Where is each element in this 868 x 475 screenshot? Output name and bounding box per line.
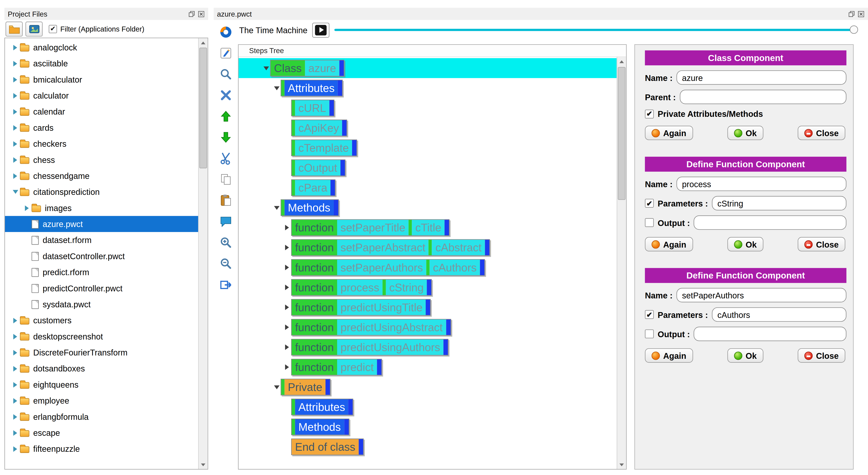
tree-item-citationsprediction[interactable]: citationsprediction [5, 184, 198, 200]
step-row-function-setpaperabstract-cabstract[interactable]: functionsetPaperAbstractcAbstract [239, 238, 617, 258]
name-input[interactable] [677, 288, 846, 302]
toolbar-run-button[interactable] [218, 277, 234, 292]
name-input[interactable] [677, 70, 846, 85]
expand-arrow-icon[interactable] [10, 414, 20, 420]
output-checkbox[interactable] [645, 218, 654, 227]
parameters-checkbox[interactable]: ✔ [645, 310, 654, 319]
step-expand-icon[interactable] [283, 225, 291, 230]
expand-arrow-icon[interactable] [10, 125, 20, 130]
collapse-arrow-icon[interactable] [10, 190, 20, 194]
time-machine-slider[interactable] [335, 25, 858, 35]
step-row-function-process-cstring[interactable]: functionprocesscString [239, 277, 617, 297]
expand-arrow-icon[interactable] [10, 398, 20, 404]
name-input[interactable] [677, 177, 846, 191]
output-input[interactable] [694, 327, 846, 341]
filter-checkbox[interactable]: ✔ [49, 25, 57, 33]
step-row-ctemplate[interactable]: cTemplate [239, 138, 617, 158]
expand-arrow-icon[interactable] [10, 173, 20, 179]
parameters-checkbox[interactable]: ✔ [645, 199, 654, 208]
toolbar-edit-button[interactable] [218, 46, 234, 60]
scroll-down-icon[interactable] [617, 460, 626, 469]
tree-item-images[interactable]: images [5, 200, 198, 216]
tree-item-employee[interactable]: employee [5, 393, 198, 409]
tree-item-dataset-rform[interactable]: dataset.rform [5, 232, 198, 248]
step-expand-icon[interactable] [283, 245, 291, 250]
step-expand-icon[interactable] [283, 305, 291, 310]
ok-button[interactable]: Ok [727, 237, 763, 251]
again-button[interactable]: Again [645, 237, 693, 251]
close-panel-icon[interactable] [858, 10, 865, 18]
toolbar-delete-button[interactable] [218, 88, 234, 102]
step-row-capikey[interactable]: cApiKey [239, 118, 617, 138]
step-collapse-icon[interactable] [272, 385, 281, 389]
slider-handle[interactable] [850, 26, 858, 34]
tree-item-erlangbformula[interactable]: erlangbformula [5, 409, 198, 424]
tree-item-fifteenpuzzle[interactable]: fifteenpuzzle [5, 441, 198, 457]
close-button[interactable]: Close [798, 348, 845, 362]
step-row-attributes[interactable]: Attributes [239, 397, 617, 417]
toolbar-paste-button[interactable] [218, 193, 234, 208]
tree-item-asciitable[interactable]: asciitable [5, 55, 198, 71]
tree-item-analogclock[interactable]: analogclock [5, 39, 198, 55]
expand-arrow-icon[interactable] [10, 446, 20, 451]
toolbar-move-down-button[interactable] [218, 129, 234, 144]
close-button[interactable]: Close [798, 126, 845, 140]
expand-arrow-icon[interactable] [10, 350, 20, 355]
float-panel-icon[interactable] [188, 10, 195, 18]
tree-item-azure-pwct[interactable]: azure.pwct [5, 216, 198, 232]
toolbar-copy-button[interactable] [218, 172, 234, 186]
parameters-input[interactable] [712, 307, 846, 322]
step-row-cpara[interactable]: cPara [239, 178, 617, 198]
close-button[interactable]: Close [798, 237, 845, 251]
expand-arrow-icon[interactable] [10, 44, 20, 50]
expand-arrow-icon[interactable] [22, 205, 32, 211]
tree-item-checkers[interactable]: checkers [5, 136, 198, 152]
parent-input[interactable] [680, 90, 846, 104]
float-panel-icon[interactable] [848, 10, 855, 18]
step-row-methods[interactable]: Methods [239, 198, 617, 218]
private-attributes-methods-checkbox[interactable]: ✔ [645, 109, 654, 118]
again-button[interactable]: Again [645, 348, 693, 362]
tree-item-customers[interactable]: customers [5, 312, 198, 328]
tree-item-discretefouriertransform[interactable]: DiscreteFourierTransform [5, 345, 198, 360]
tree-item-chessendgame[interactable]: chessendgame [5, 168, 198, 184]
tree-item-bmicalculator[interactable]: bmicalculator [5, 71, 198, 87]
steps-scrollbar[interactable] [617, 57, 626, 469]
tree-item-datasetcontroller-pwct[interactable]: datasetController.pwct [5, 248, 198, 264]
scroll-down-icon[interactable] [199, 460, 208, 469]
step-row-class-azure[interactable]: Classazure [239, 58, 617, 78]
tree-item-desktopscreenshot[interactable]: desktopscreenshot [5, 328, 198, 344]
pictures-button[interactable] [26, 21, 43, 36]
step-row-private[interactable]: Private [239, 377, 617, 397]
toolbar-zoom-out-button[interactable] [218, 256, 234, 271]
expand-arrow-icon[interactable] [10, 77, 20, 82]
step-row-function-predict[interactable]: functionpredict [239, 357, 617, 377]
tree-item-calculator[interactable]: calculator [5, 88, 198, 103]
scroll-up-icon[interactable] [617, 57, 626, 66]
step-row-function-predictusingtitle[interactable]: functionpredictUsingTitle [239, 297, 617, 317]
step-expand-icon[interactable] [283, 364, 291, 370]
tree-item-dotsandboxes[interactable]: dotsandboxes [5, 360, 198, 377]
scrollbar-thumb[interactable] [199, 48, 207, 168]
tree-item-predictcontroller-pwct[interactable]: predictController.pwct [5, 280, 198, 296]
expand-arrow-icon[interactable] [10, 318, 20, 323]
step-collapse-icon[interactable] [272, 206, 281, 210]
toolbar-move-up-button[interactable] [218, 109, 234, 123]
tree-item-cards[interactable]: cards [5, 120, 198, 136]
expand-arrow-icon[interactable] [10, 141, 20, 147]
step-row-function-setpaperauthors-cauthors[interactable]: functionsetPaperAuthorscAuthors [239, 258, 617, 277]
toolbar-zoom-in-button[interactable] [218, 235, 234, 250]
step-collapse-icon[interactable] [262, 66, 270, 70]
expand-arrow-icon[interactable] [10, 61, 20, 66]
scroll-up-icon[interactable] [199, 38, 208, 47]
close-panel-icon[interactable] [198, 10, 205, 18]
output-input[interactable] [694, 215, 846, 230]
step-row-curl[interactable]: cURL [239, 98, 617, 118]
expand-arrow-icon[interactable] [10, 430, 20, 436]
step-row-function-predictusingauthors[interactable]: functionpredictUsingAuthors [239, 337, 617, 357]
time-machine-play-button[interactable] [312, 22, 330, 37]
open-folder-button[interactable] [6, 21, 23, 36]
toolbar-find-button[interactable] [218, 66, 234, 81]
again-button[interactable]: Again [645, 126, 693, 140]
expand-arrow-icon[interactable] [10, 109, 20, 114]
